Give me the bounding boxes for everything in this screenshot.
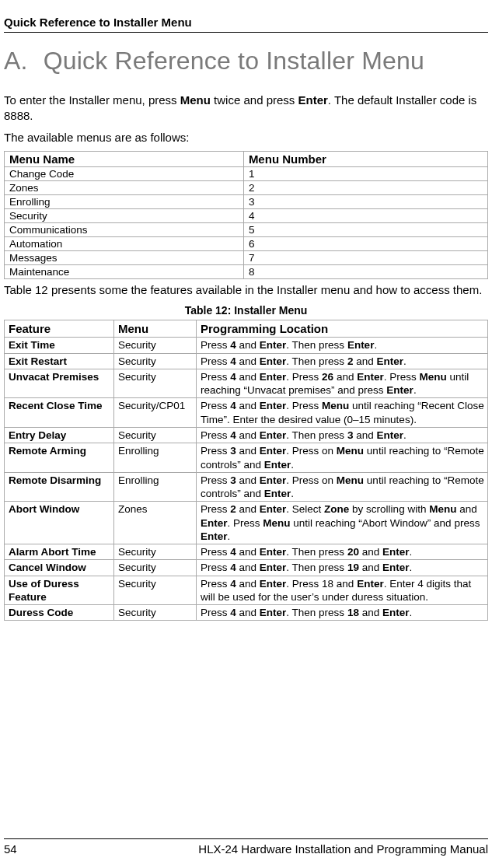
feature-cell: Alarm Abort Time: [5, 544, 114, 560]
menu-cell: Security: [114, 427, 197, 443]
feature-cell: Unvacat Premises: [5, 369, 114, 398]
table-header: Menu Number: [243, 152, 487, 167]
table-row: Recent Close TimeSecurity/CP01Press 4 an…: [5, 398, 488, 428]
location-cell: Press 4 and Enter. Then press 2 and Ente…: [197, 353, 488, 369]
table-cell: 5: [243, 223, 487, 237]
table-row: Maintenance8: [5, 265, 488, 279]
location-cell: Press 4 and Enter. Then press 3 and Ente…: [197, 427, 488, 443]
feature-cell: Exit Time: [5, 338, 114, 353]
table-header: Programming Location: [197, 320, 488, 338]
table-cell: 2: [243, 181, 487, 195]
table-cell: Messages: [5, 251, 244, 265]
location-cell: Press 4 and Enter. Then press 19 and Ent…: [197, 560, 488, 576]
table-cell: 3: [243, 195, 487, 209]
table-row: Security4: [5, 209, 488, 223]
feature-cell: Abort Window: [5, 502, 114, 544]
table-cell: 6: [243, 237, 487, 251]
table-header: Menu: [114, 320, 197, 338]
page-title: A.Quick Reference to Installer Menu: [4, 47, 488, 75]
table-row: Duress CodeSecurityPress 4 and Enter. Th…: [5, 605, 488, 621]
table-header: Menu Name: [5, 152, 244, 167]
table-row: Messages7: [5, 251, 488, 265]
table-cell: 1: [243, 167, 487, 181]
location-cell: Press 3 and Enter. Press on Menu until r…: [197, 443, 488, 473]
intro-paragraph-1: To enter the Installer menu, press Menu …: [4, 93, 488, 124]
location-cell: Press 2 and Enter. Select Zone by scroll…: [197, 502, 488, 544]
table-row: Alarm Abort TimeSecurityPress 4 and Ente…: [5, 544, 488, 560]
location-cell: Press 4 and Enter. Press 26 and Enter. P…: [197, 369, 488, 398]
menu-cell: Security: [114, 353, 197, 369]
intro-paragraph-2: The available menus are as follows:: [4, 130, 488, 145]
table-row: Use of Duress FeatureSecurityPress 4 and…: [5, 576, 488, 605]
table-cell: Enrolling: [5, 195, 244, 209]
table-row: Enrolling3: [5, 195, 488, 209]
table-row: Communications5: [5, 223, 488, 237]
table-row: Cancel WindowSecurityPress 4 and Enter. …: [5, 560, 488, 576]
table-intro-paragraph: Table 12 presents some the features avai…: [4, 282, 488, 298]
menu-cell: Security: [114, 369, 197, 398]
table-row: Zones2: [5, 181, 488, 195]
page-number: 54: [4, 842, 17, 856]
feature-cell: Duress Code: [5, 605, 114, 621]
table-caption: Table 12: Installer Menu: [4, 304, 488, 317]
title-number: A.: [4, 47, 28, 75]
table-row: Automation6: [5, 237, 488, 251]
feature-cell: Recent Close Time: [5, 398, 114, 428]
table-row: Exit RestartSecurityPress 4 and Enter. T…: [5, 353, 488, 369]
feature-cell: Entry Delay: [5, 427, 114, 443]
feature-cell: Remote Arming: [5, 443, 114, 473]
table-cell: 8: [243, 265, 487, 279]
table-row: Entry DelaySecurityPress 4 and Enter. Th…: [5, 427, 488, 443]
menu-cell: Security: [114, 576, 197, 605]
location-cell: Press 4 and Enter. Then press Enter.: [197, 338, 488, 353]
menu-cell: Security: [114, 605, 197, 621]
table-cell: 4: [243, 209, 487, 223]
feature-cell: Cancel Window: [5, 560, 114, 576]
document-title-footer: HLX-24 Hardware Installation and Program…: [198, 842, 488, 856]
table-row: Change Code1: [5, 167, 488, 181]
menu-cell: Security: [114, 544, 197, 560]
feature-cell: Remote Disarming: [5, 472, 114, 502]
table-row: Remote DisarmingEnrollingPress 3 and Ent…: [5, 472, 488, 502]
feature-cell: Use of Duress Feature: [5, 576, 114, 605]
location-cell: Press 3 and Enter. Press on Menu until r…: [197, 472, 488, 502]
table-header: Feature: [5, 320, 114, 338]
table-cell: Zones: [5, 181, 244, 195]
table-row: Abort WindowZonesPress 2 and Enter. Sele…: [5, 502, 488, 544]
installer-menu-table: FeatureMenuProgramming Location Exit Tim…: [4, 320, 488, 621]
menu-cell: Zones: [114, 502, 197, 544]
feature-cell: Exit Restart: [5, 353, 114, 369]
menu-cell: Security/CP01: [114, 398, 197, 428]
table-row: Exit TimeSecurityPress 4 and Enter. Then…: [5, 338, 488, 353]
menu-cell: Enrolling: [114, 443, 197, 473]
menu-number-table: Menu NameMenu Number Change Code1Zones2E…: [4, 151, 488, 279]
table-cell: Communications: [5, 223, 244, 237]
location-cell: Press 4 and Enter. Then press 18 and Ent…: [197, 605, 488, 621]
page-footer: 54 HLX-24 Hardware Installation and Prog…: [4, 838, 488, 856]
location-cell: Press 4 and Enter. Press Menu until reac…: [197, 398, 488, 428]
table-row: Remote ArmingEnrollingPress 3 and Enter.…: [5, 443, 488, 473]
table-cell: Maintenance: [5, 265, 244, 279]
location-cell: Press 4 and Enter. Press 18 and Enter. E…: [197, 576, 488, 605]
menu-cell: Security: [114, 338, 197, 353]
table-cell: Change Code: [5, 167, 244, 181]
table-cell: Automation: [5, 237, 244, 251]
menu-cell: Enrolling: [114, 472, 197, 502]
table-row: Unvacat PremisesSecurityPress 4 and Ente…: [5, 369, 488, 398]
location-cell: Press 4 and Enter. Then press 20 and Ent…: [197, 544, 488, 560]
title-text: Quick Reference to Installer Menu: [44, 47, 424, 75]
table-cell: Security: [5, 209, 244, 223]
table-cell: 7: [243, 251, 487, 265]
menu-cell: Security: [114, 560, 197, 576]
running-header: Quick Reference to Installer Menu: [4, 16, 488, 33]
